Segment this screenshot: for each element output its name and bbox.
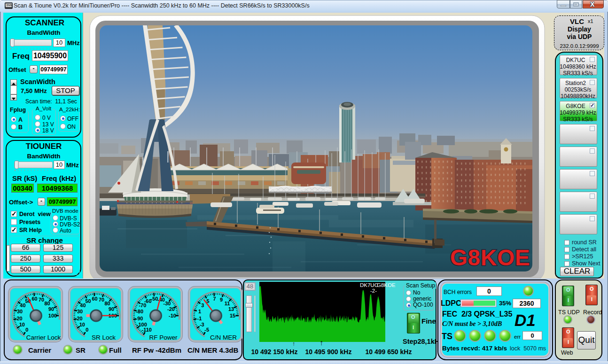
svg-text:80: 80 (104, 301, 110, 306)
svg-text:9: 9 (219, 297, 222, 302)
svg-text:100: 100 (48, 313, 57, 318)
svg-text:15: 15 (229, 313, 235, 318)
svg-text:-90: -90 (136, 316, 143, 321)
svg-text:-30: -30 (164, 301, 171, 306)
svg-text:80: 80 (44, 301, 50, 306)
svg-text:13: 13 (228, 306, 234, 312)
svg-text:Carrier Lock: Carrier Lock (26, 334, 61, 341)
svg-text:C/N MER: C/N MER (210, 334, 237, 341)
svg-text:10: 10 (79, 322, 85, 327)
svg-text:SR Lock: SR Lock (91, 334, 115, 341)
svg-text:0: 0 (86, 327, 88, 333)
svg-text:-20: -20 (167, 306, 175, 312)
svg-text:20: 20 (16, 316, 22, 321)
svg-text:30: 30 (17, 309, 23, 314)
svg-text:60: 60 (92, 296, 97, 302)
svg-text:3: 3 (201, 302, 204, 308)
svg-text:10: 10 (19, 322, 25, 327)
svg-text:-5: -5 (204, 327, 209, 333)
svg-text:G8KOE: G8KOE (450, 245, 530, 270)
svg-text:-1: -1 (197, 316, 202, 321)
svg-text:90: 90 (48, 306, 54, 312)
svg-text:30: 30 (77, 309, 82, 314)
svg-text:-100: -100 (137, 322, 147, 327)
svg-text:50: 50 (85, 298, 91, 304)
svg-text:70: 70 (39, 297, 44, 302)
svg-text:-80: -80 (136, 309, 143, 314)
svg-text:1: 1 (198, 309, 201, 314)
svg-text:-10: -10 (169, 313, 176, 318)
svg-text:-3: -3 (199, 322, 204, 327)
svg-text:-110: -110 (141, 327, 151, 333)
svg-text:11: 11 (224, 301, 230, 306)
svg-text:0: 0 (25, 327, 28, 333)
svg-text:60: 60 (31, 296, 37, 302)
svg-text:RF Power: RF Power (149, 334, 178, 341)
svg-text:7: 7 (213, 296, 216, 302)
svg-text:20: 20 (77, 316, 82, 321)
svg-text:70: 70 (98, 297, 104, 302)
svg-text:90: 90 (108, 306, 114, 312)
